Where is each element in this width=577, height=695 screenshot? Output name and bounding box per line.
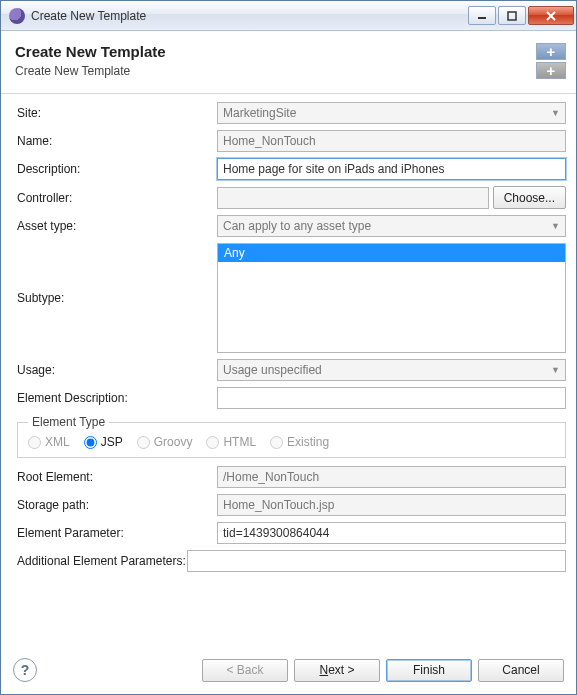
additional-params-label: Additional Element Parameters: (17, 554, 187, 568)
banner-icon: + + (536, 43, 566, 79)
description-label: Description: (17, 162, 217, 176)
choose-button[interactable]: Choose... (493, 186, 566, 209)
storage-path-label: Storage path: (17, 498, 217, 512)
asset-type-value: Can apply to any asset type (223, 219, 371, 233)
asset-type-label: Asset type: (17, 219, 217, 233)
banner-heading: Create New Template (15, 43, 536, 60)
next-button[interactable]: Next > (294, 659, 380, 682)
root-element-field[interactable] (217, 466, 566, 488)
close-button[interactable] (528, 6, 574, 25)
finish-button[interactable]: Finish (386, 659, 472, 682)
titlebar[interactable]: Create New Template (1, 1, 576, 31)
list-item[interactable]: Any (218, 244, 565, 262)
element-parameter-field[interactable] (217, 522, 566, 544)
minimize-button[interactable] (468, 6, 496, 25)
chevron-down-icon: ▼ (551, 365, 560, 375)
subtype-list[interactable]: Any (217, 243, 566, 353)
chevron-down-icon: ▼ (551, 108, 560, 118)
radio-existing[interactable]: Existing (270, 435, 329, 449)
element-description-field[interactable] (217, 387, 566, 409)
usage-combo[interactable]: Usage unspecified ▼ (217, 359, 566, 381)
storage-path-field[interactable] (217, 494, 566, 516)
site-label: Site: (17, 106, 217, 120)
controller-label: Controller: (17, 191, 217, 205)
banner-subtext: Create New Template (15, 64, 536, 78)
radio-xml[interactable]: XML (28, 435, 70, 449)
radio-jsp[interactable]: JSP (84, 435, 123, 449)
dialog-window: Create New Template Create New Template … (0, 0, 577, 695)
element-parameter-label: Element Parameter: (17, 526, 217, 540)
usage-label: Usage: (17, 363, 217, 377)
app-icon (9, 8, 25, 24)
controller-field[interactable] (217, 187, 489, 209)
form-area: Site: MarketingSite ▼ Name: Description:… (1, 94, 576, 647)
banner: Create New Template Create New Template … (1, 31, 576, 94)
site-combo[interactable]: MarketingSite ▼ (217, 102, 566, 124)
svg-rect-1 (508, 12, 516, 20)
asset-type-combo[interactable]: Can apply to any asset type ▼ (217, 215, 566, 237)
radio-html[interactable]: HTML (206, 435, 256, 449)
window-title: Create New Template (31, 9, 468, 23)
back-button[interactable]: < Back (202, 659, 288, 682)
maximize-button[interactable] (498, 6, 526, 25)
help-icon[interactable]: ? (13, 658, 37, 682)
plus-icon: + (536, 43, 566, 60)
chevron-down-icon: ▼ (551, 221, 560, 231)
plus-icon: + (536, 62, 566, 79)
subtype-label: Subtype: (17, 243, 217, 305)
name-field[interactable] (217, 130, 566, 152)
element-type-legend: Element Type (28, 415, 109, 429)
element-description-label: Element Description: (17, 391, 217, 405)
site-value: MarketingSite (223, 106, 296, 120)
additional-params-field[interactable] (187, 550, 566, 572)
footer: ? < Back Next > Finish Cancel (1, 647, 576, 694)
name-label: Name: (17, 134, 217, 148)
description-field[interactable] (217, 158, 566, 180)
cancel-button[interactable]: Cancel (478, 659, 564, 682)
element-type-group: Element Type XML JSP Groovy HTML Existin… (17, 415, 566, 458)
root-element-label: Root Element: (17, 470, 217, 484)
radio-groovy[interactable]: Groovy (137, 435, 193, 449)
usage-value: Usage unspecified (223, 363, 322, 377)
